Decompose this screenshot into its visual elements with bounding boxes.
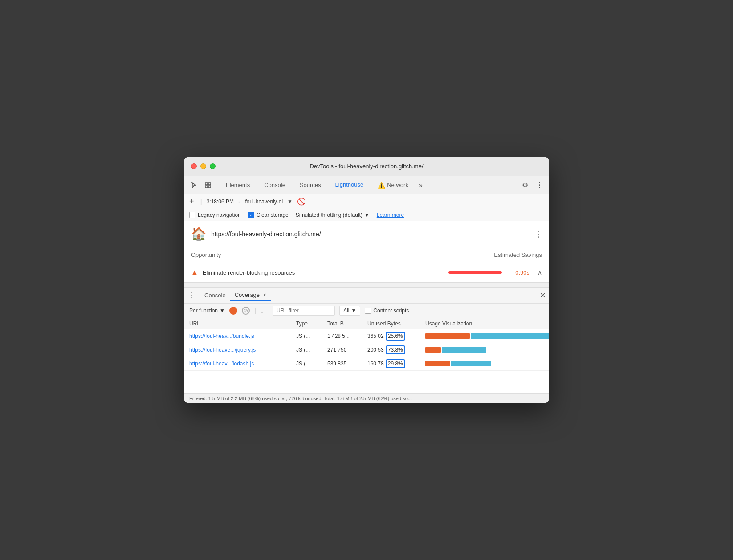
- add-button[interactable]: +: [189, 197, 194, 206]
- toolbar-separator-2: -: [238, 198, 240, 206]
- content-scripts-checkbox[interactable]: [365, 308, 371, 314]
- row2-total: 271 750: [327, 347, 367, 353]
- table-row[interactable]: https://foul-heav.../lodash.js JS (... 5…: [184, 357, 549, 371]
- row3-unused-bar: [451, 361, 491, 366]
- tab-sources[interactable]: Sources: [293, 179, 327, 191]
- status-text: Filtered: 1.5 MB of 2.2 MB (68%) used so…: [189, 396, 412, 401]
- no-entry-icon[interactable]: 🚫: [297, 197, 306, 206]
- row3-percent: 29.8%: [386, 359, 405, 368]
- close-button[interactable]: [191, 163, 197, 169]
- toolbar-divider: |: [254, 307, 256, 315]
- row2-url: https://foul-heave.../jquery.js: [189, 347, 296, 353]
- svg-rect-0: [205, 183, 208, 185]
- all-label: All: [343, 308, 349, 314]
- traffic-lights: [191, 163, 216, 169]
- coverage-more-icon[interactable]: ⋮: [187, 291, 195, 300]
- row1-percent: 25.6%: [386, 332, 405, 341]
- coverage-tab-bar: ⋮ Console Coverage × ✕: [184, 288, 549, 304]
- svg-rect-1: [208, 183, 211, 185]
- coverage-tab-label[interactable]: Coverage: [235, 292, 260, 298]
- col-total: Total B...: [327, 321, 367, 327]
- clear-button[interactable]: ⊘: [242, 307, 250, 315]
- more-options-icon[interactable]: ⋮: [533, 179, 546, 191]
- col-type: Type: [296, 321, 327, 327]
- maximize-button[interactable]: [210, 163, 216, 169]
- opportunity-warning-icon: ▲: [191, 268, 198, 276]
- record-button[interactable]: [229, 307, 237, 315]
- row3-unused-cell: 160 78 29.8%: [367, 359, 425, 368]
- col-unused: Unused Bytes: [367, 321, 425, 327]
- lighthouse-icon: 🏠: [191, 227, 207, 241]
- row1-type: JS (...: [296, 333, 327, 339]
- opportunity-bar-container: [448, 271, 511, 274]
- tab-network[interactable]: ⚠️ Network: [371, 179, 415, 191]
- opportunity-title: Eliminate render-blocking resources: [203, 269, 444, 276]
- empty-table-area: [184, 371, 549, 393]
- download-icon[interactable]: ↓: [261, 307, 264, 314]
- toolbar-separator: |: [200, 198, 202, 206]
- row1-total: 1 428 5...: [327, 333, 367, 339]
- legacy-nav-checkbox-item[interactable]: Legacy navigation: [189, 212, 241, 218]
- filter-arrow-icon: ▼: [351, 308, 356, 314]
- toolbar-time: 3:18:06 PM: [207, 199, 234, 205]
- tab-lighthouse[interactable]: Lighthouse: [329, 179, 370, 191]
- coverage-toolbar: Per function ▼ ⊘ | ↓ All ▼ Content scrip…: [184, 304, 549, 318]
- svg-rect-3: [208, 186, 211, 188]
- row3-url: https://foul-heav.../lodash.js: [189, 361, 296, 367]
- content-scripts-checkbox-item[interactable]: Content scripts: [365, 308, 409, 314]
- learn-more-link[interactable]: Learn more: [377, 212, 404, 218]
- row2-unused-raw: 200 53: [367, 347, 384, 353]
- close-panel-icon[interactable]: ✕: [540, 291, 546, 300]
- opportunity-header: Opportunity Estimated Savings: [184, 247, 549, 263]
- status-bar: Filtered: 1.5 MB of 2.2 MB (68%) used so…: [184, 393, 549, 403]
- opportunity-chevron-icon[interactable]: ∧: [538, 269, 542, 276]
- legacy-nav-checkbox[interactable]: [189, 212, 195, 218]
- close-coverage-tab-icon[interactable]: ×: [263, 292, 266, 298]
- url-filter-input[interactable]: [273, 306, 335, 316]
- clear-storage-checkbox[interactable]: ✓: [248, 212, 254, 218]
- row3-unused-raw: 160 78: [367, 361, 384, 367]
- lighthouse-url: https://foul-heavenly-direction.glitch.m…: [211, 231, 529, 238]
- tab-console[interactable]: Console: [258, 179, 292, 191]
- warning-icon: ⚠️: [378, 182, 385, 189]
- tab-console-coverage[interactable]: Console: [200, 290, 230, 300]
- legacy-nav-label: Legacy navigation: [198, 212, 241, 218]
- content-scripts-label: Content scripts: [373, 308, 409, 314]
- coverage-table: URL Type Total B... Unused Bytes Usage V…: [184, 318, 549, 371]
- lighthouse-menu-icon[interactable]: ⋮: [534, 229, 542, 239]
- row1-used-bar: [425, 333, 470, 339]
- throttling-arrow: ▼: [364, 212, 370, 218]
- row2-percent: 73.8%: [386, 345, 405, 354]
- col-viz: Usage Visualization: [425, 321, 544, 327]
- opportunity-savings: 0.90s: [515, 269, 529, 276]
- settings-icon[interactable]: ⚙: [519, 179, 531, 191]
- url-dropdown[interactable]: ▼: [287, 199, 293, 205]
- more-tabs-button[interactable]: »: [416, 179, 425, 191]
- row2-type: JS (...: [296, 347, 327, 353]
- opportunity-bar: [448, 271, 502, 274]
- title-bar: DevTools - foul-heavenly-direction.glitc…: [184, 157, 549, 176]
- clear-storage-checkbox-item[interactable]: ✓ Clear storage: [248, 212, 289, 218]
- row2-used-bar: [425, 347, 441, 353]
- tab-nav-icons: [187, 179, 214, 191]
- row2-usage-viz: [425, 347, 544, 353]
- table-row[interactable]: https://foul-heav.../bundle.js JS (... 1…: [184, 329, 549, 343]
- opportunity-label: Opportunity: [191, 252, 221, 258]
- row2-unused-cell: 200 53 73.8%: [367, 345, 425, 354]
- throttling-dropdown[interactable]: Simulated throttling (default) ▼: [296, 212, 370, 218]
- cursor-icon[interactable]: [187, 179, 200, 191]
- tab-elements[interactable]: Elements: [220, 179, 256, 191]
- per-function-label: Per function: [189, 308, 218, 314]
- row2-unused-bar: [442, 347, 486, 353]
- type-filter-dropdown[interactable]: All ▼: [339, 306, 360, 316]
- lighthouse-header: 🏠 https://foul-heavenly-direction.glitch…: [184, 221, 549, 247]
- row3-type: JS (...: [296, 361, 327, 367]
- per-function-dropdown[interactable]: Per function ▼: [189, 308, 225, 314]
- tab-coverage: Coverage ×: [230, 290, 271, 301]
- svg-rect-2: [205, 186, 208, 188]
- inspect-icon[interactable]: [202, 179, 214, 191]
- clear-storage-label: Clear storage: [257, 212, 289, 218]
- table-row[interactable]: https://foul-heave.../jquery.js JS (... …: [184, 343, 549, 357]
- opportunity-row[interactable]: ▲ Eliminate render-blocking resources 0.…: [184, 263, 549, 282]
- minimize-button[interactable]: [200, 163, 206, 169]
